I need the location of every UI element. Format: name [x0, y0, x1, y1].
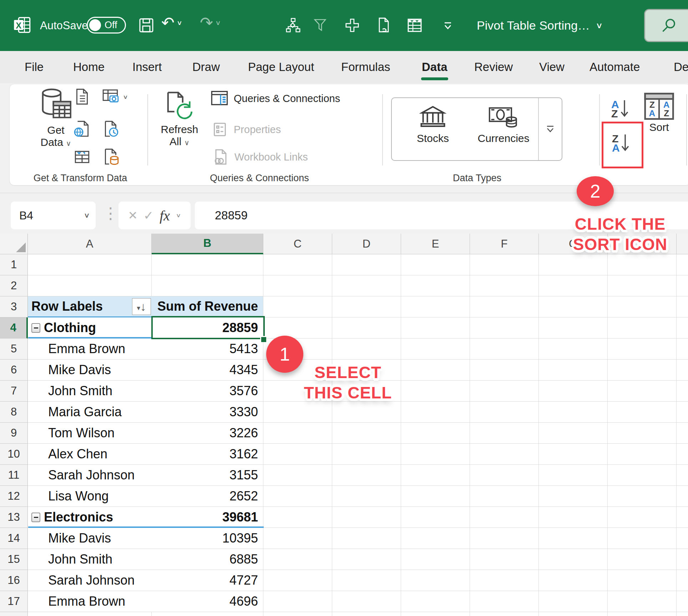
cell-B16[interactable]: 4727 [152, 570, 263, 591]
cell-B15[interactable]: 6885 [152, 549, 263, 570]
cell-F10[interactable] [470, 444, 539, 465]
cell-A4[interactable]: Clothing [28, 317, 152, 338]
cell-G13[interactable] [539, 507, 608, 528]
row-labels-filter-button[interactable]: ▾↓ [132, 298, 151, 315]
cell-F1[interactable] [470, 254, 539, 275]
cell-F14[interactable] [470, 528, 539, 549]
column-header-A[interactable]: A [28, 234, 152, 254]
cell-B14[interactable]: 10395 [152, 528, 263, 549]
cell-G8[interactable] [539, 402, 608, 423]
cell-D4[interactable] [332, 317, 401, 338]
cell-I9[interactable] [677, 423, 688, 444]
cell-I12[interactable] [677, 486, 688, 507]
cell-C8[interactable] [263, 402, 332, 423]
cell-D8[interactable] [332, 402, 401, 423]
cell-I17[interactable] [677, 591, 688, 612]
cell-H8[interactable] [608, 402, 677, 423]
cell-H15[interactable] [608, 549, 677, 570]
select-all-corner[interactable] [0, 234, 28, 254]
search-button[interactable] [644, 9, 688, 42]
sort-dialog-button[interactable]: Z A A Z Sort [643, 91, 676, 133]
row-header-2[interactable]: 2 [0, 275, 28, 296]
cell-F3[interactable] [470, 296, 539, 317]
cell-A16[interactable]: Sarah Johnson [28, 570, 152, 591]
cell-I3[interactable] [677, 296, 688, 317]
data-types-more-button[interactable] [538, 98, 562, 160]
cell-A7[interactable]: John Smith [28, 381, 152, 402]
cell-I13[interactable] [677, 507, 688, 528]
cell-H3[interactable] [608, 296, 677, 317]
cell-B5[interactable]: 5413 [152, 338, 263, 360]
row-header-14[interactable]: 14 [0, 528, 28, 549]
existing-connections-button[interactable] [72, 147, 92, 166]
cell-I11[interactable] [677, 465, 688, 486]
cell-A11[interactable]: Sarah Johnson [28, 465, 152, 486]
cell-C15[interactable] [263, 549, 332, 570]
cell-B1[interactable] [152, 254, 263, 275]
cell-I18[interactable] [677, 612, 688, 616]
cell-G3[interactable] [539, 296, 608, 317]
cell-D11[interactable] [332, 465, 401, 486]
cell-F11[interactable] [470, 465, 539, 486]
column-header-F[interactable]: F [470, 234, 539, 254]
menu-tab-insert[interactable]: Insert [132, 51, 162, 83]
cell-F8[interactable] [470, 402, 539, 423]
cell-G1[interactable] [539, 254, 608, 275]
cell-A10[interactable]: Alex Chen [28, 444, 152, 465]
cell-B13[interactable]: 39681 [152, 507, 263, 528]
row-header-17[interactable]: 17 [0, 591, 28, 612]
cell-I2[interactable] [677, 275, 688, 296]
cell-H4[interactable] [608, 317, 677, 338]
cell-E12[interactable] [401, 486, 470, 507]
cell-F16[interactable] [470, 570, 539, 591]
cell-H14[interactable] [608, 528, 677, 549]
cell-H1[interactable] [608, 254, 677, 275]
cell-F15[interactable] [470, 549, 539, 570]
cell-H10[interactable] [608, 444, 677, 465]
cell-G18[interactable] [539, 612, 608, 616]
column-header-D[interactable]: D [332, 234, 401, 254]
cell-D9[interactable] [332, 423, 401, 444]
cell-A1[interactable] [28, 254, 152, 275]
menu-tab-de[interactable]: De [674, 51, 688, 83]
menu-tab-view[interactable]: View [539, 51, 565, 83]
cell-F2[interactable] [470, 275, 539, 296]
cell-B17[interactable]: 4696 [152, 591, 263, 612]
cell-D17[interactable] [332, 591, 401, 612]
insert-function-button[interactable]: fx [160, 207, 170, 224]
toolbar-overflow-button[interactable] [442, 20, 454, 32]
cell-G2[interactable] [539, 275, 608, 296]
cell-C13[interactable] [263, 507, 332, 528]
cell-A5[interactable]: Emma Brown [28, 338, 152, 360]
cell-H12[interactable] [608, 486, 677, 507]
cell-G9[interactable] [539, 423, 608, 444]
cell-I10[interactable] [677, 444, 688, 465]
sort-ascending-button[interactable]: AZ [611, 99, 629, 119]
cell-E17[interactable] [401, 591, 470, 612]
refresh-all-button[interactable]: Refresh All∨ [158, 87, 201, 148]
from-database-button[interactable] [101, 147, 120, 166]
row-header-12[interactable]: 12 [0, 486, 28, 507]
cell-D3[interactable] [332, 296, 401, 317]
document-button[interactable] [375, 16, 393, 34]
row-header-8[interactable]: 8 [0, 402, 28, 423]
cell-E15[interactable] [401, 549, 470, 570]
name-box[interactable]: B4 ∨ [11, 202, 96, 229]
cell-I1[interactable] [677, 254, 688, 275]
cell-G10[interactable] [539, 444, 608, 465]
cell-D1[interactable] [332, 254, 401, 275]
cell-H18[interactable] [608, 612, 677, 616]
filter-button[interactable] [312, 17, 329, 34]
column-header-B[interactable]: B [152, 234, 263, 254]
cell-H6[interactable] [608, 360, 677, 381]
cell-E13[interactable] [401, 507, 470, 528]
cell-G4[interactable] [539, 317, 608, 338]
cell-E5[interactable] [401, 338, 470, 360]
row-header-6[interactable]: 6 [0, 360, 28, 381]
cell-A18[interactable] [28, 612, 152, 616]
column-header-C[interactable]: C [263, 234, 332, 254]
menu-tab-page-layout[interactable]: Page Layout [248, 51, 314, 83]
cell-B11[interactable]: 3155 [152, 465, 263, 486]
menu-tab-home[interactable]: Home [73, 51, 105, 83]
cell-H9[interactable] [608, 423, 677, 444]
